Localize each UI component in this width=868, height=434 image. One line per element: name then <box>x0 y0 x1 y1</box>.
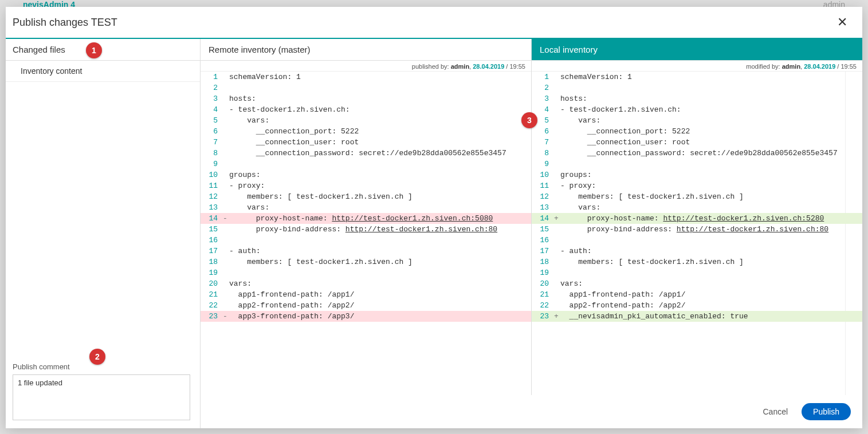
line-content: vars: <box>560 115 862 126</box>
line-number: 16 <box>201 235 221 246</box>
local-code-area[interactable]: 1schemaVersion: 123hosts:4- test-docker1… <box>532 72 862 395</box>
local-author: admin <box>782 63 800 70</box>
diff-sign <box>221 300 229 311</box>
remote-pane: Remote inventory (master) published by: … <box>201 39 532 395</box>
code-line: 1schemaVersion: 1 <box>532 72 862 82</box>
code-line: 14+ proxy-host-name: http://test-docker1… <box>532 213 862 224</box>
line-number: 5 <box>201 115 221 126</box>
code-line: 4- test-docker1.zh.siven.ch: <box>201 104 531 115</box>
diff-sign <box>221 202 229 213</box>
line-content: groups: <box>560 169 862 180</box>
code-line: 11- proxy: <box>201 180 531 191</box>
line-number: 17 <box>532 246 552 257</box>
line-number: 9 <box>201 159 221 169</box>
diff-sign: + <box>552 213 560 224</box>
line-number: 18 <box>532 257 552 267</box>
line-content: vars: <box>229 278 531 289</box>
diff-sign <box>552 126 560 137</box>
line-content <box>560 235 862 246</box>
diff-sign <box>552 246 560 257</box>
line-content: - test-docker1.zh.siven.ch: <box>229 104 531 115</box>
sidebar: Changed files 1 Inventory content 2 Publ… <box>6 39 201 428</box>
line-number: 14 <box>201 213 221 224</box>
diff-sign <box>221 235 229 246</box>
publish-comment-input[interactable] <box>13 374 190 420</box>
diff-sign <box>552 104 560 115</box>
link-text[interactable]: http://test-docker1.zh.siven.ch:5080 <box>332 214 493 223</box>
changed-files-label: Changed files <box>13 45 65 54</box>
line-content: - proxy: <box>560 180 862 191</box>
line-number: 3 <box>201 93 221 104</box>
line-number: 19 <box>201 267 221 278</box>
code-line: 17- auth: <box>201 246 531 257</box>
line-content: - auth: <box>560 246 862 257</box>
diff-sign <box>552 115 560 126</box>
local-time: / 19:55 <box>835 63 857 70</box>
line-content: app2-frontend-path: /app2/ <box>229 300 531 311</box>
line-content: schemaVersion: 1 <box>229 72 531 82</box>
code-line: 20vars: <box>201 278 531 289</box>
code-line: 23- app3-frontend-path: /app3/ <box>201 311 531 322</box>
line-number: 18 <box>201 257 221 267</box>
line-content: groups: <box>229 169 531 180</box>
diff-sign <box>221 257 229 267</box>
line-number: 21 <box>532 289 552 300</box>
diff-sign <box>221 104 229 115</box>
local-pane-header: Local inventory <box>532 39 862 61</box>
line-content <box>560 82 862 93</box>
line-number: 9 <box>532 159 552 169</box>
cancel-button[interactable]: Cancel <box>763 407 788 416</box>
code-line: 3hosts: <box>201 93 531 104</box>
diff-sign: + <box>552 311 560 322</box>
diff-sign <box>552 224 560 235</box>
code-line: 5 vars: <box>532 115 862 126</box>
line-content: vars: <box>229 202 531 213</box>
line-content: hosts: <box>560 93 862 104</box>
code-line: 4- test-docker1.zh.siven.ch: <box>532 104 862 115</box>
line-content <box>229 159 531 169</box>
line-number: 1 <box>201 72 221 82</box>
diff-sign <box>552 235 560 246</box>
publish-button[interactable]: Publish <box>802 403 851 420</box>
diff-sign: - <box>221 311 229 322</box>
line-number: 14 <box>532 213 552 224</box>
link-text[interactable]: http://test-docker1.zh.siven.ch:80 <box>677 225 828 234</box>
diff-sign <box>221 148 229 159</box>
line-content: __connection_user: root <box>229 137 531 148</box>
line-content: members: [ test-docker1.zh.siven.ch ] <box>229 191 531 202</box>
diff-sign <box>221 126 229 137</box>
line-number: 2 <box>201 82 221 93</box>
diff-sign <box>552 180 560 191</box>
diff-sign <box>221 246 229 257</box>
line-number: 13 <box>201 202 221 213</box>
annotation-badge-2: 2 <box>89 349 105 365</box>
diff-sign <box>221 278 229 289</box>
link-text[interactable]: http://test-docker1.zh.siven.ch:5280 <box>663 214 824 223</box>
diff-sign <box>552 202 560 213</box>
remote-code-area[interactable]: 1schemaVersion: 123hosts:4- test-docker1… <box>201 72 531 395</box>
code-line: 6 __connection_port: 5222 <box>201 126 531 137</box>
sidebar-item-inventory-content[interactable]: Inventory content <box>6 61 200 82</box>
line-number: 1 <box>532 72 552 82</box>
code-line: 20vars: <box>532 278 862 289</box>
link-text[interactable]: http://test-docker1.zh.siven.ch:80 <box>345 225 497 234</box>
line-number: 10 <box>532 169 552 180</box>
remote-time: / 19:55 <box>504 63 525 70</box>
line-content: app1-frontend-path: /app1/ <box>560 289 862 300</box>
line-content: schemaVersion: 1 <box>560 72 862 82</box>
line-content: vars: <box>560 278 862 289</box>
code-line: 11- proxy: <box>532 180 862 191</box>
annotation-badge-1: 1 <box>86 42 102 58</box>
code-line: 9 <box>201 159 531 169</box>
diff-sign <box>221 224 229 235</box>
line-number: 17 <box>201 246 221 257</box>
code-line: 12 members: [ test-docker1.zh.siven.ch ] <box>201 191 531 202</box>
line-content: proxy-host-name: http://test-docker1.zh.… <box>560 213 862 224</box>
diff-sign <box>221 169 229 180</box>
modal-header: Publish changes TEST ✕ <box>6 7 862 39</box>
main-area: Remote inventory (master) published by: … <box>201 39 862 428</box>
line-content: members: [ test-docker1.zh.siven.ch ] <box>229 257 531 267</box>
line-content: __connection_password: secret://ede9b28d… <box>560 148 862 159</box>
line-number: 11 <box>201 180 221 191</box>
close-button[interactable]: ✕ <box>834 15 851 30</box>
